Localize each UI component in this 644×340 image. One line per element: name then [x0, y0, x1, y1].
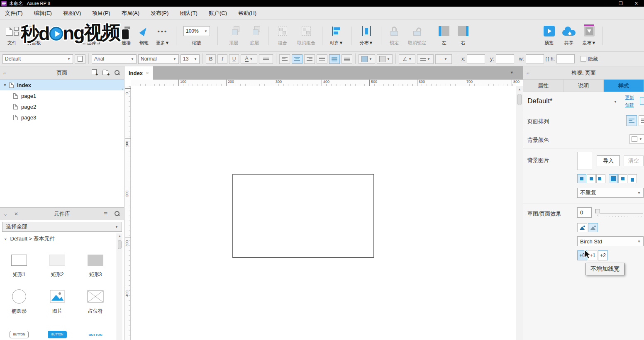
- bg-align-bottom-center-button[interactable]: [618, 174, 627, 183]
- collapse-panel-icon[interactable]: ⌐: [3, 70, 6, 76]
- tab-style[interactable]: 样式: [604, 80, 644, 92]
- scroll-up-icon[interactable]: ▲: [516, 86, 523, 92]
- tab-list-icon[interactable]: ▼: [510, 70, 514, 75]
- widget-placeholder[interactable]: 占位符: [76, 289, 115, 315]
- bg-align-top-left-button[interactable]: [577, 174, 586, 183]
- scrollbar-thumb[interactable]: [517, 94, 522, 105]
- underline-button[interactable]: U: [229, 54, 239, 64]
- x-input[interactable]: [467, 54, 485, 63]
- tab-close-icon[interactable]: ×: [146, 70, 149, 75]
- arrange-center-button[interactable]: [639, 115, 644, 126]
- zoom-select[interactable]: 100%▼: [183, 26, 210, 36]
- valign-bottom-button[interactable]: [342, 54, 352, 64]
- publish-tool[interactable]: 发布▼: [579, 24, 599, 46]
- search-icon[interactable]: [115, 70, 119, 76]
- sketch-value-input[interactable]: [577, 207, 592, 218]
- pen-tool[interactable]: 钢笔: [136, 24, 152, 46]
- border-width-button[interactable]: ▼: [417, 54, 434, 64]
- collapse-panel-icon[interactable]: ⌐: [527, 70, 529, 76]
- color-effect-button[interactable]: [577, 223, 587, 232]
- widget-button-primary[interactable]: BUTTON: [38, 327, 76, 340]
- close-panel-icon[interactable]: ✕: [14, 211, 18, 217]
- bg-repeat-select[interactable]: 不重复 ▼: [577, 188, 644, 198]
- rectangle-widget[interactable]: [232, 174, 374, 258]
- ungroup-tool[interactable]: 取消组合: [293, 24, 320, 46]
- w-input[interactable]: [526, 54, 544, 63]
- preview-tool[interactable]: 预览: [539, 24, 559, 46]
- send-back-tool[interactable]: 底层: [245, 24, 264, 46]
- expander-icon[interactable]: ▼: [3, 83, 7, 87]
- sketch-slider-track[interactable]: [597, 213, 643, 214]
- unlock-tool[interactable]: 取消锁定: [403, 24, 431, 46]
- hide-checkbox[interactable]: [581, 56, 586, 62]
- menu-view[interactable]: 视图(V): [63, 10, 81, 17]
- scrollbar-thumb[interactable]: [118, 240, 122, 249]
- add-folder-icon[interactable]: [102, 69, 108, 76]
- library-filter-select[interactable]: 选择全部 ▼: [2, 222, 122, 232]
- bg-align-top-center-button[interactable]: [587, 174, 596, 183]
- page-tree-item-index[interactable]: ▼ index: [0, 80, 124, 90]
- align-right-button[interactable]: [304, 54, 315, 64]
- tab-properties[interactable]: 属性: [523, 80, 564, 92]
- font-style-select[interactable]: Normal▼: [138, 54, 179, 64]
- style-name[interactable]: Default*: [527, 97, 552, 105]
- widget-rect3[interactable]: 矩形3: [76, 253, 115, 278]
- widget-ellipse[interactable]: 椭圆形: [0, 289, 38, 315]
- search-icon[interactable]: [115, 211, 119, 217]
- scroll-up-icon[interactable]: ▲: [117, 233, 122, 239]
- bg-align-top-right-button[interactable]: [596, 174, 605, 183]
- valign-middle-button[interactable]: [329, 54, 340, 64]
- widget-rect1[interactable]: 矩形1: [0, 253, 38, 278]
- page-tree-item-page2[interactable]: page2: [0, 101, 124, 112]
- bg-image-thumbnail[interactable]: [577, 152, 592, 170]
- valign-top-button[interactable]: [317, 54, 327, 64]
- clear-button[interactable]: 清空: [624, 155, 644, 166]
- import-button[interactable]: 导入: [597, 155, 620, 166]
- dock-icon[interactable]: ⌄: [3, 211, 7, 217]
- bg-color-picker[interactable]: ▼: [629, 134, 644, 144]
- bg-align-bottom-right-button[interactable]: [628, 174, 637, 183]
- font-color-button[interactable]: A ▼: [241, 54, 257, 64]
- distribute-tool[interactable]: 分布▼: [355, 24, 378, 46]
- tab-index[interactable]: index ×: [124, 66, 153, 80]
- menu-publish[interactable]: 发布(P): [151, 10, 168, 17]
- page-tree-item-page3[interactable]: page3: [0, 112, 124, 123]
- panel-resize-handle[interactable]: ‹: [122, 87, 123, 91]
- design-surface[interactable]: [131, 86, 516, 340]
- border-color-button[interactable]: ∠ ▼: [399, 54, 415, 64]
- italic-button[interactable]: I: [217, 54, 227, 64]
- widget-button-link[interactable]: BUTTON: [76, 327, 115, 340]
- bold-button[interactable]: B: [206, 54, 216, 64]
- chevron-down-icon[interactable]: ▼: [614, 100, 617, 104]
- align-tool[interactable]: 对齐▼: [325, 24, 348, 46]
- copy-style-icon[interactable]: [640, 97, 644, 105]
- menu-team[interactable]: 团队(T): [180, 10, 198, 17]
- menu-layout[interactable]: 布局(A): [122, 10, 139, 17]
- gray-effect-button[interactable]: [588, 223, 598, 232]
- line-spacing-button[interactable]: [259, 54, 273, 64]
- right-panel-toggle[interactable]: 右: [454, 24, 472, 46]
- share-tool[interactable]: 共享: [559, 24, 578, 46]
- tab-notes[interactable]: 说明: [564, 80, 604, 92]
- update-style-link[interactable]: 更新: [625, 95, 634, 101]
- file-tool[interactable]: 文件: [2, 24, 22, 46]
- page-tree-item-page1[interactable]: page1: [0, 90, 124, 101]
- more-tool[interactable]: ••• 更多▼: [153, 24, 172, 46]
- sketch-slider-thumb[interactable]: [595, 209, 600, 216]
- menu-help[interactable]: 帮助(H): [238, 10, 256, 17]
- menu-icon[interactable]: ≡: [104, 210, 107, 218]
- left-panel-toggle[interactable]: 左: [435, 24, 453, 46]
- bring-front-tool[interactable]: 顶层: [224, 24, 243, 46]
- library-section-header[interactable]: ∨ Default > 基本元件: [0, 233, 124, 244]
- canvas-scrollbar[interactable]: ▲: [516, 86, 523, 340]
- opacity-button[interactable]: ▼: [377, 54, 393, 64]
- widget-button-outline[interactable]: BUTTON: [0, 327, 38, 340]
- close-button[interactable]: ✕: [634, 1, 638, 6]
- menu-account[interactable]: 账户(C): [209, 10, 227, 17]
- group-tool[interactable]: 组合: [273, 24, 292, 46]
- border-style-button[interactable]: ┄ ▼: [435, 54, 452, 64]
- minimize-button[interactable]: –: [605, 1, 607, 6]
- arrange-left-button[interactable]: [626, 115, 637, 126]
- align-left-button[interactable]: [279, 54, 290, 64]
- bg-align-center-button[interactable]: [609, 174, 618, 183]
